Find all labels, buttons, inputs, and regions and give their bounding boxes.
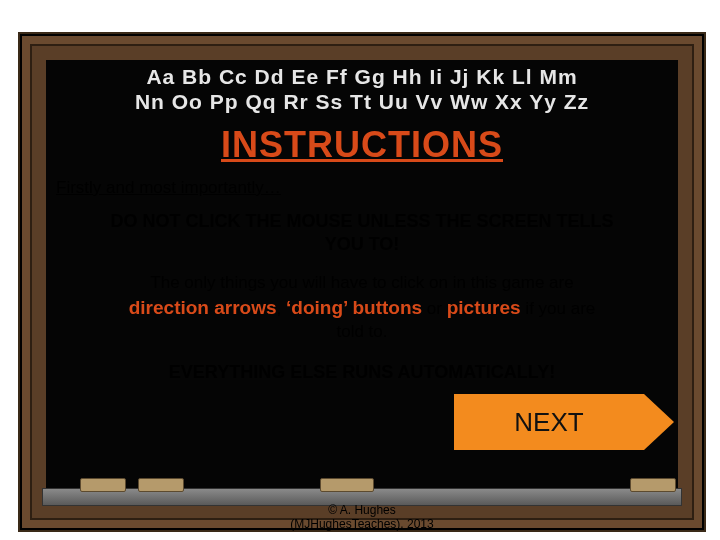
eraser-icon xyxy=(138,478,184,492)
next-button[interactable]: NEXT xyxy=(454,394,644,450)
highlight-pictures: pictures xyxy=(447,297,521,318)
rule-primary-line2: YOU TO! xyxy=(325,234,400,254)
credit-line2: (MJHughesTeaches), 2013 xyxy=(290,517,433,531)
rule-secondary: The only things you will have to click o… xyxy=(46,272,678,344)
chalkboard: Aa Bb Cc Dd Ee Ff Gg Hh Ii Jj Kk Ll Mm N… xyxy=(46,60,678,500)
rule2-post1: if you are xyxy=(521,299,596,318)
rule2-post2: told to. xyxy=(336,322,387,341)
eraser-icon xyxy=(320,478,374,492)
eraser-icon xyxy=(630,478,676,492)
lead-text: Firstly and most importantly… xyxy=(56,178,281,198)
chalkboard-frame: Aa Bb Cc Dd Ee Ff Gg Hh Ii Jj Kk Ll Mm N… xyxy=(18,32,706,532)
alphabet-row-1: Aa Bb Cc Dd Ee Ff Gg Hh Ii Jj Kk Ll Mm xyxy=(54,64,670,89)
credit-line1: © A. Hughes xyxy=(328,503,396,517)
alphabet-strip: Aa Bb Cc Dd Ee Ff Gg Hh Ii Jj Kk Ll Mm N… xyxy=(54,64,670,114)
highlight-doing-buttons: ‘doing’ buttons xyxy=(286,297,422,318)
highlight-direction-arrows: direction arrows xyxy=(129,297,277,318)
rule2-pre: The only things you will have to click o… xyxy=(150,273,573,292)
next-button-label: NEXT xyxy=(514,407,583,438)
copyright-text: © A. Hughes (MJHughesTeaches), 2013 xyxy=(20,504,704,532)
rule-auto: EVERYTHING ELSE RUNS AUTOMATICALLY! xyxy=(46,362,678,383)
rule2-mid: or xyxy=(422,299,447,318)
alphabet-row-2: Nn Oo Pp Qq Rr Ss Tt Uu Vv Ww Xx Yy Zz xyxy=(54,89,670,114)
eraser-icon xyxy=(80,478,126,492)
rule-primary: DO NOT CLICK THE MOUSE UNLESS THE SCREEN… xyxy=(46,210,678,257)
rule-primary-line1: DO NOT CLICK THE MOUSE UNLESS THE SCREEN… xyxy=(110,211,613,231)
page-title: INSTRUCTIONS xyxy=(46,124,678,166)
rule2-sep1: , xyxy=(277,299,286,318)
